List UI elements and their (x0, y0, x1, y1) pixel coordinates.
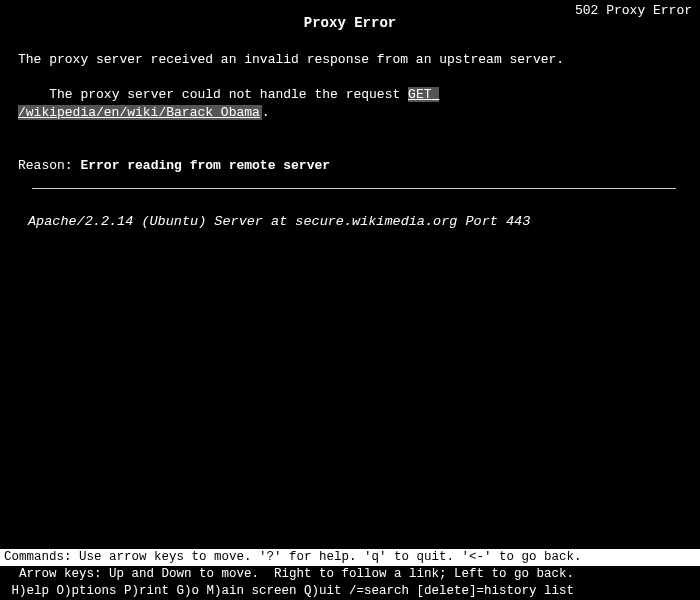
error-line-2: The proxy server could not handle the re… (18, 68, 682, 138)
status-line-arrows: Arrow keys: Up and Down to move. Right t… (0, 566, 700, 583)
reason-line: Reason: Error reading from remote server (18, 157, 682, 175)
reason-value: Error reading from remote server (80, 158, 330, 173)
error-line-2-suffix: . (262, 105, 270, 120)
status-line-commands: Commands: Use arrow keys to move. '?' fo… (0, 549, 700, 566)
error-line-2-prefix: The proxy server could not handle the re… (49, 87, 408, 102)
reason-label: Reason: (18, 158, 80, 173)
server-signature: Apache/2.2.14 (Ubuntu) Server at secure.… (28, 213, 682, 231)
status-line-hotkeys: H)elp O)ptions P)rint G)o M)ain screen Q… (0, 583, 700, 600)
status-bar: Commands: Use arrow keys to move. '?' fo… (0, 549, 700, 600)
divider (32, 188, 676, 189)
page-heading: Proxy Error (18, 14, 682, 33)
error-line-1: The proxy server received an invalid res… (18, 51, 682, 69)
page-content: Proxy Error The proxy server received an… (0, 4, 700, 231)
